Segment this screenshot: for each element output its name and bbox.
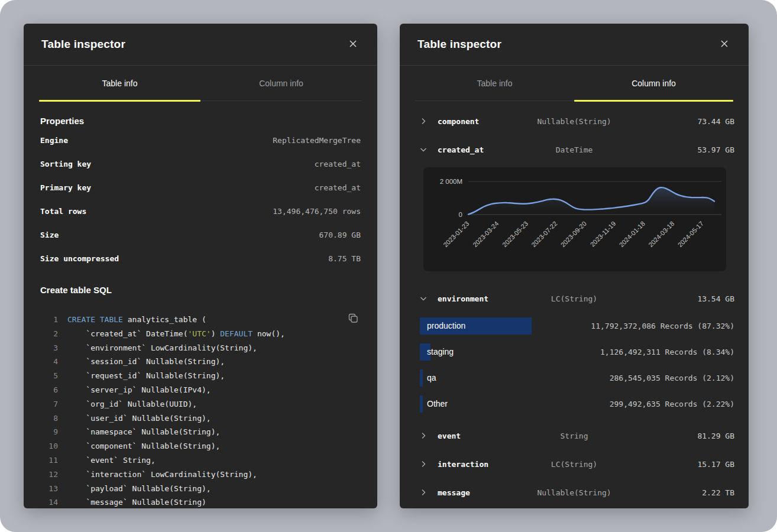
column-row-event[interactable]: event String 81.29 GB [414,421,734,450]
bar-value: 286,545,035 Records (2.12%) [610,374,734,382]
column-row-component[interactable]: component Nullable(String) 73.44 GB [414,107,734,135]
property-row-engine: Engine ReplicatedMergeTree [40,128,361,152]
sql-line: 2 `created_at` DateTime('UTC') DEFAULT n… [40,327,361,341]
sql-line: 5 `request_id` Nullable(String), [40,369,361,383]
svg-text:2023-07-22: 2023-07-22 [530,220,558,248]
property-row-size-uncompressed: Size uncompressed 8.75 TB [40,246,361,270]
sql-line: 12 `interaction` LowCardinality(String), [40,468,361,482]
modal-header: Table inspector [24,24,377,66]
chevron-right-icon [414,460,438,468]
property-row-size: Size 670.89 GB [40,223,361,246]
svg-text:2024-01-18: 2024-01-18 [618,220,646,248]
bar-row-staging: staging 1,126,492,311 Records (8.34%) [414,339,734,365]
chevron-down-icon [414,146,438,153]
sql-line: 13 `payload` Nullable(String), [40,482,361,496]
tab-label: Column info [632,79,676,88]
column-name: event [438,432,461,440]
column-row-message[interactable]: message Nullable(String) 2.22 TB [414,478,734,507]
svg-text:2023-11-19: 2023-11-19 [589,220,617,248]
column-name: created_at [438,145,484,154]
close-icon [721,39,728,50]
table-info-content: Properties Engine ReplicatedMergeTree So… [24,113,377,508]
bar-label: production [427,321,465,330]
column-type: String [561,432,588,440]
sql-line: 9 `namespace` Nullable(String), [40,425,361,439]
sql-line: 6 `server_ip` Nullable(IPv4), [40,383,361,397]
tab-table-info[interactable]: Table info [39,66,200,100]
property-row-primary-key: Primary key created_at [40,176,361,199]
tab-label: Column info [259,79,303,88]
close-button[interactable] [347,38,360,51]
column-type: LC(String) [551,460,597,469]
column-list: component Nullable(String) 73.44 GB crea… [400,101,749,507]
modal-header: Table inspector [400,24,749,66]
properties-heading: Properties [40,113,361,128]
backdrop: Table inspector Table info Column info P… [0,0,777,532]
sql-line: 7 `org_id` Nullable(UUID), [40,397,361,411]
column-row-created-at[interactable]: created_at DateTime 53.97 GB [414,135,734,164]
svg-text:2023-03-24: 2023-03-24 [471,220,500,248]
sql-code-block: 1CREATE TABLE analytics_table (2 `create… [40,313,361,508]
bar-value: 11,792,372,086 Records (87.32%) [591,322,734,330]
tab-table-info[interactable]: Table info [415,66,574,100]
svg-text:2 000M: 2 000M [440,178,462,185]
column-row-interaction[interactable]: interaction LC(String) 15.17 GB [414,450,734,478]
property-value: ReplicatedMergeTree [273,136,361,145]
tab-column-info[interactable]: Column info [574,66,733,100]
created-at-distribution-chart: 2 000M0 2023-01-232023-03-242023-05-2320… [423,167,726,271]
column-type: Nullable(String) [537,488,611,497]
svg-text:2024-05-17: 2024-05-17 [676,220,705,248]
modal-title: Table inspector [41,38,125,51]
column-type: DateTime [556,145,593,154]
table-inspector-modal-column-info: Table inspector Table info Column info c… [400,24,749,508]
property-value: 8.75 TB [328,254,361,263]
property-row-sorting-key: Sorting key created_at [40,152,361,176]
bar-fill [420,395,423,413]
area-chart: 2 000M0 2023-01-232023-03-242023-05-2320… [423,167,726,271]
tab-label: Table info [477,79,513,88]
svg-text:2023-05-23: 2023-05-23 [501,220,529,248]
copy-icon [348,313,358,328]
close-button[interactable] [718,38,731,51]
property-label: Primary key [40,183,91,192]
chevron-right-icon [414,489,438,496]
column-name: message [438,488,470,497]
chevron-right-icon [414,432,438,439]
bar-fill [420,369,423,387]
column-size: 53.97 GB [697,145,734,154]
bar-row-qa: qa 286,545,035 Records (2.12%) [414,365,734,391]
tab-column-info[interactable]: Column info [200,66,362,100]
modal-title: Table inspector [417,38,501,51]
copy-sql-button[interactable] [347,314,360,327]
column-name: component [438,117,479,126]
column-row-environment[interactable]: environment LC(String) 13.54 GB [414,284,734,313]
column-size: 81.29 GB [697,432,734,440]
environment-value-bars: production 11,792,372,086 Records (87.32… [414,313,734,417]
sql-line: 8 `user_id` Nullable(String), [40,411,361,426]
sql-lines: 1CREATE TABLE analytics_table (2 `create… [40,313,361,508]
bar-value: 1,126,492,311 Records (8.34%) [600,348,734,356]
create-table-sql-heading: Create table SQL [40,282,361,297]
property-row-total-rows: Total rows 13,496,476,750 rows [40,199,361,223]
sql-line: 3 `environment` LowCardinality(String), [40,341,361,355]
bar-row-production: production 11,792,372,086 Records (87.32… [414,313,734,339]
column-size: 15.17 GB [697,460,734,469]
tab-label: Table info [102,79,138,88]
property-value: created_at [315,160,361,168]
tab-bar: Table info Column info [415,66,733,101]
bar-label: staging [427,347,454,356]
column-type: LC(String) [551,294,597,303]
bar-value: 299,492,635 Records (2.22%) [610,400,734,408]
column-size: 73.44 GB [697,117,734,126]
sql-line: 11 `event` String, [40,453,361,468]
column-size: 2.22 TB [702,488,734,497]
bar-label: Other [427,399,448,408]
bar-row-other: Other 299,492,635 Records (2.22%) [414,391,734,417]
bar-label: qa [427,373,436,382]
property-label: Total rows [40,207,86,216]
svg-text:2023-01-23: 2023-01-23 [442,220,470,248]
property-value: 670.89 GB [319,231,361,239]
property-value: created_at [315,183,361,192]
chevron-right-icon [414,118,438,125]
svg-text:2023-09-20: 2023-09-20 [559,220,588,248]
